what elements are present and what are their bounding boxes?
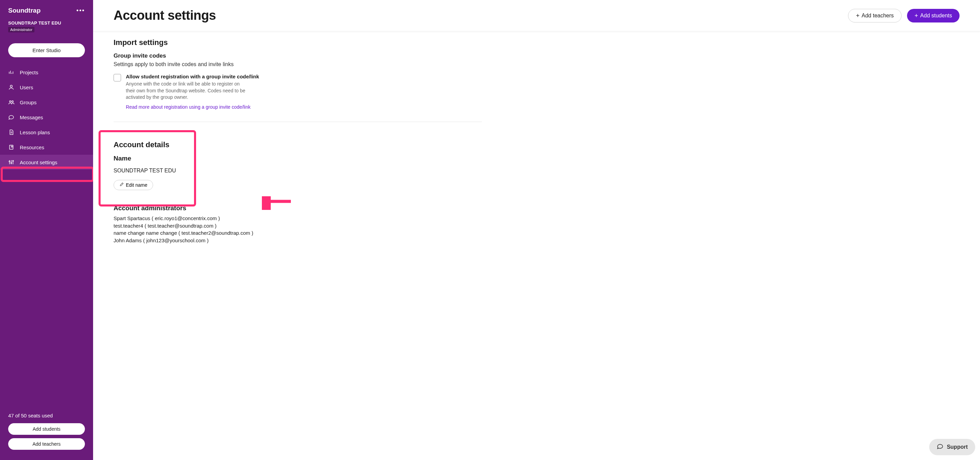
button-label: Add students: [920, 13, 952, 19]
pencil-icon: [119, 182, 124, 188]
name-label: Name: [113, 155, 475, 162]
brand-label: Soundtrap: [8, 7, 41, 14]
account-name-value: SOUNDTRAP TEST EDU: [113, 168, 475, 174]
enter-studio-button[interactable]: Enter Studio: [8, 43, 85, 57]
nav-groups[interactable]: Groups: [0, 95, 93, 110]
account-details-title: Account details: [113, 140, 475, 149]
more-menu-icon[interactable]: •••: [76, 7, 85, 14]
svg-point-2: [12, 101, 14, 103]
bookmark-icon: [8, 144, 14, 150]
sidebar-nav: Projects Users Groups Messages Lesson pl…: [0, 65, 93, 409]
org-name: SOUNDTRAP TEST EDU: [8, 21, 85, 25]
nav-label: Resources: [20, 144, 45, 150]
section-divider: [113, 122, 482, 122]
nav-resources[interactable]: Resources: [0, 140, 93, 155]
plus-icon: +: [915, 13, 918, 19]
button-label: Add teachers: [862, 13, 894, 19]
chat-icon: [8, 114, 14, 120]
chat-icon: [937, 443, 943, 451]
settings-description: Settings apply to both invite codes and …: [113, 61, 482, 67]
plus-icon: +: [856, 13, 860, 19]
svg-point-0: [10, 85, 12, 87]
support-label: Support: [947, 444, 968, 450]
sidebar: Soundtrap ••• SOUNDTRAP TEST EDU Adminis…: [0, 0, 93, 460]
checkbox-help-text: Anyone with the code or link will be abl…: [126, 81, 248, 101]
user-icon: [8, 84, 14, 90]
edit-name-button[interactable]: Edit name: [113, 180, 153, 190]
nav-messages[interactable]: Messages: [0, 110, 93, 125]
equalizer-icon: [8, 69, 14, 75]
admin-entry: test.teacher4 ( test.teacher@soundtrap.c…: [113, 222, 482, 230]
support-button[interactable]: Support: [929, 439, 975, 455]
nav-users[interactable]: Users: [0, 80, 93, 95]
nav-label: Messages: [20, 114, 43, 120]
admin-entry: name change name change ( test.teacher2@…: [113, 229, 482, 237]
page-title: Account settings: [113, 8, 216, 23]
topbar: Account settings + Add teachers + Add st…: [93, 0, 980, 31]
admin-entry: John Adams ( john123@yourschool.com ): [113, 237, 482, 244]
checkbox-label: Allow student registration with a group …: [126, 74, 259, 79]
nav-label: Account settings: [20, 159, 57, 165]
button-label: Edit name: [126, 182, 147, 188]
nav-projects[interactable]: Projects: [0, 65, 93, 80]
svg-point-4: [9, 161, 10, 162]
admin-entry: Spart Spartacus ( eric.royo1@concentrix.…: [113, 215, 482, 222]
add-students-button[interactable]: + Add students: [907, 9, 959, 22]
main-content: Account settings + Add teachers + Add st…: [93, 0, 980, 460]
allow-registration-checkbox[interactable]: [113, 74, 121, 81]
add-teachers-button[interactable]: + Add teachers: [848, 9, 902, 22]
sidebar-add-students-button[interactable]: Add students: [8, 423, 85, 435]
nav-label: Projects: [20, 70, 38, 75]
svg-point-6: [13, 160, 14, 162]
svg-point-5: [11, 163, 12, 163]
read-more-link[interactable]: Read more about registration using a gro…: [126, 104, 251, 110]
role-badge: Administrator: [8, 27, 35, 32]
seats-used: 47 of 50 seats used: [8, 412, 85, 419]
account-admins-title: Account administrators: [113, 205, 482, 212]
svg-point-1: [10, 101, 11, 103]
nav-label: Lesson plans: [20, 130, 50, 135]
nav-label: Groups: [20, 100, 37, 105]
sidebar-add-teachers-button[interactable]: Add teachers: [8, 438, 85, 450]
nav-label: Users: [20, 84, 33, 90]
group-invite-codes-title: Group invite codes: [113, 52, 482, 59]
import-settings-title: Import settings: [113, 38, 482, 47]
sliders-icon: [8, 159, 14, 165]
nav-account-settings[interactable]: Account settings: [0, 155, 93, 170]
users-icon: [8, 99, 14, 105]
nav-lesson-plans[interactable]: Lesson plans: [0, 125, 93, 140]
document-icon: [8, 129, 14, 135]
